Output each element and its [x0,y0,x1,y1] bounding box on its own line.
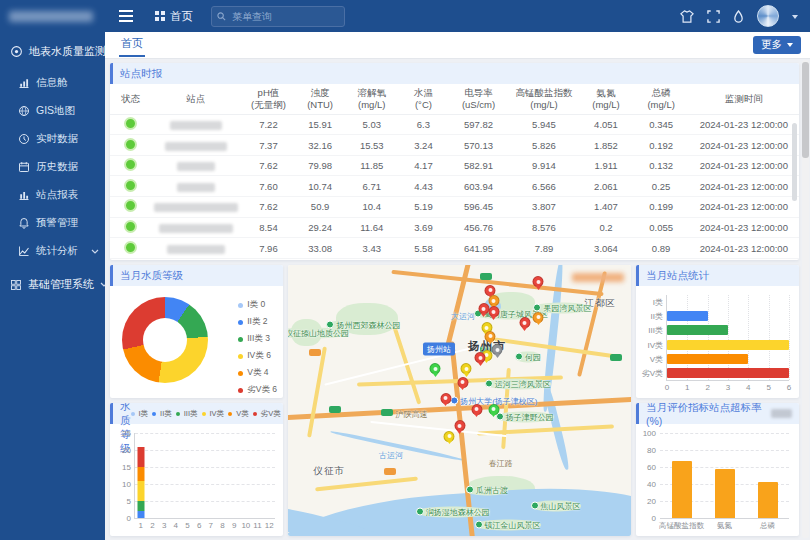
marker-tip [535,286,541,293]
column-name: 总磷 [634,87,689,99]
column-name: 溶解氧 [344,87,399,99]
month-station-bar-chart: 0123456I类II类III类IV类V类劣V类 [666,295,789,381]
table-row[interactable]: 7.2215.915.036.3597.825.9454.0510.345202… [110,114,799,135]
flame-icon[interactable] [733,10,744,23]
sidebar-group-0[interactable]: 地表水质量监测系统 [0,32,105,69]
chevron-down-icon [787,43,793,50]
map-marker-red[interactable] [533,276,544,290]
map-marker-red[interactable] [475,352,486,366]
marker-tip [443,403,449,410]
map-marker-red[interactable] [440,393,451,407]
table-scrollbar[interactable] [792,123,797,201]
legend-label: IV类 [210,409,225,419]
map-marker-red[interactable] [454,420,465,434]
year-grade-panel: 全年水质等级 I类II类III类IV类V类劣V类 051015202512345… [110,403,283,536]
map-marker-red[interactable] [457,377,468,391]
status-normal-dot [124,138,137,151]
y-axis-tick: 100 [643,429,656,438]
column-name: 电导率 [448,87,510,99]
table-row[interactable]: 7.6250.910.45.19596.453.8071.4070.199202… [110,197,799,218]
sidebar-item-1[interactable]: GIS地图 [0,97,105,125]
sidebar-item-2[interactable]: 实时数据 [0,125,105,153]
map-marker-red[interactable] [519,317,530,331]
map-marker-green[interactable] [488,404,499,418]
station-name-redacted [177,162,215,171]
time-cell: 2024-01-23 12:00:00 [689,217,799,238]
user-menu-caret-icon[interactable] [792,15,798,22]
value-cell: 0.132 [634,155,689,176]
station-name-redacted [165,142,227,151]
y-axis-label: I类 [653,297,663,308]
value-cell: 597.82 [448,114,510,135]
x-axis-tick: 11 [253,521,261,530]
sidebar-item-3[interactable]: 历史数据 [0,153,105,181]
station-cell [151,135,241,156]
column-header: 浊度(NTU) [296,84,344,114]
fullscreen-icon[interactable] [707,10,720,23]
table-row[interactable]: 8.5429.2411.643.69456.768.5760.20.055202… [110,217,799,238]
y-axis-label: II类 [651,311,663,322]
theme-skin-icon[interactable] [680,10,694,23]
map-marker-red[interactable] [471,404,482,418]
avatar[interactable] [757,5,779,27]
map-marker-orange[interactable] [485,331,496,345]
legend-item: 劣V类 6 [238,384,277,396]
station-name-redacted [177,183,215,192]
y-axis-tick: 40 [647,480,656,489]
menu-search[interactable] [211,6,345,27]
map-label-park: 何园 [515,352,541,363]
station-cell [151,176,241,197]
sidebar-toggle-button[interactable] [119,10,133,22]
sidebar-item-label: 统计分析 [36,244,78,258]
x-axis-label: 高锰酸盐指数 [659,521,704,531]
sidebar-item-6[interactable]: 统计分析 [0,237,105,265]
x-axis-tick: 3 [162,521,166,530]
value-cell: 0.199 [634,197,689,218]
value-cell: 33.08 [296,238,344,259]
value-cell: 582.91 [448,155,510,176]
sidebar-item-5[interactable]: 预警管理 [0,209,105,237]
page-scrollbar[interactable] [802,60,809,538]
tab-home[interactable]: 首页 [119,32,145,57]
table-row[interactable]: 7.6279.9811.854.17582.919.9141.9110.1322… [110,155,799,176]
column-header: 溶解氧(mg/L) [344,84,399,114]
topbar-home-link[interactable]: 首页 [155,9,193,24]
menu-search-input[interactable] [230,10,324,23]
x-axis-tick: 7 [209,521,213,530]
column-unit: (mg/L) [344,99,399,111]
road-badge [480,273,492,280]
x-axis-tick: 9 [232,521,236,530]
map-marker-yellow[interactable] [461,363,472,377]
value-cell: 7.22 [241,114,296,135]
page-scrollbar-thumb[interactable] [802,62,809,158]
gis-map[interactable]: 扬州市江都区仪征市扬州站沪陕高速春江路古运河大运河扬州西郊森林公园仪征捺山地质公… [288,265,631,536]
table-row[interactable]: 7.6010.746.714.43603.946.5662.0610.25202… [110,176,799,197]
legend-label: III类 3 [247,333,270,345]
table-row[interactable]: 7.9633.083.435.58641.957.893.0640.892024… [110,238,799,259]
sidebar-item-4[interactable]: 站点报表 [0,181,105,209]
sidebar-item-0[interactable]: 信息舱 [0,69,105,97]
legend-label: 劣V类 6 [247,384,277,396]
y-axis-tick: 0 [127,514,131,523]
legend-item: I类 [131,409,149,419]
sidebar-group-1[interactable]: 基础管理系统 [0,265,105,302]
value-cell: 79.98 [296,155,344,176]
month-grade-pie-panel: 当月水质等级 I类 0II类 2III类 3IV类 6V类 4劣V类 6 [110,265,283,398]
table-row[interactable]: 7.3732.1615.533.24570.135.8261.8520.1922… [110,135,799,156]
column-unit: (uS/cm) [448,99,510,111]
value-cell: 0.25 [634,176,689,197]
value-cell: 596.45 [448,197,510,218]
map-marker-red[interactable] [488,306,499,320]
station-name-redacted [154,203,238,212]
map-marker-green[interactable] [430,363,441,377]
legend-dot [238,388,243,393]
map-marker-gray[interactable] [492,344,503,358]
more-button[interactable]: 更多 [753,36,801,54]
map-marker-yellow[interactable] [444,431,455,445]
sidebar-item-label: 历史数据 [36,160,78,174]
gridline [660,433,789,434]
status-cell [110,217,151,238]
map-label-park: 仪征捺山地质公园 [288,327,349,338]
map-marker-orange[interactable] [533,312,544,326]
sidebar-group-label: 地表水质量监测系统 [29,44,105,59]
